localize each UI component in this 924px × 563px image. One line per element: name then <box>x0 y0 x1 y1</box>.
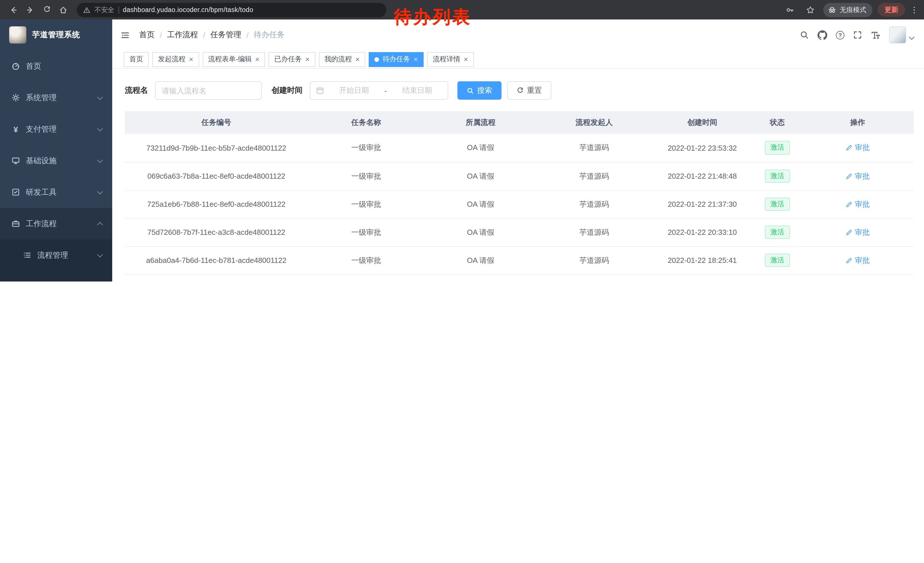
tab-process-form-edit[interactable]: 流程表单-编辑× <box>202 52 265 67</box>
bookmark-star-icon[interactable] <box>802 2 818 18</box>
sidebar-item-system[interactable]: 系统管理 <box>0 82 112 113</box>
approve-link[interactable]: 审批 <box>846 143 870 153</box>
browser-menu-icon[interactable]: ⋮ <box>910 5 918 14</box>
search-button[interactable]: 搜索 <box>457 81 501 100</box>
sidebar-item-label: 流程管理 <box>37 250 68 260</box>
approve-link[interactable]: 审批 <box>846 171 870 181</box>
tab-home[interactable]: 首页 <box>124 52 149 67</box>
breadcrumb-item[interactable]: 任务管理 <box>210 30 241 40</box>
end-date-placeholder[interactable]: 结束日期 <box>393 86 442 96</box>
active-dot <box>375 57 379 62</box>
sidebar-item-workflow[interactable]: 工作流程 <box>0 208 112 239</box>
status-badge: 激活 <box>765 141 790 155</box>
workflow-icon <box>12 219 20 228</box>
col-action: 操作 <box>802 111 914 134</box>
filter-bar: 流程名 创建时间 开始日期 - 结束日期 搜索 重置 <box>112 69 924 100</box>
date-separator: - <box>384 86 387 95</box>
close-icon[interactable]: × <box>305 56 309 63</box>
close-icon[interactable]: × <box>356 56 360 63</box>
status-badge: 激活 <box>765 254 790 267</box>
browser-chrome: 不安全 dashboard.yudao.iocoder.cn/bpm/task/… <box>0 0 924 20</box>
reset-button[interactable]: 重置 <box>507 81 551 100</box>
task-create-time: 2022-01-22 21:48:48 <box>652 162 753 190</box>
start-date-placeholder[interactable]: 开始日期 <box>330 86 379 96</box>
sidebar-collapse-icon[interactable] <box>120 30 130 40</box>
app-logo-row[interactable]: 芋道管理系统 <box>0 20 112 50</box>
task-id: 725a1eb6-7b88-11ec-8ef0-acde48001122 <box>125 190 308 218</box>
address-bar[interactable]: 不安全 dashboard.yudao.iocoder.cn/bpm/task/… <box>77 3 386 17</box>
process-name-input[interactable] <box>155 81 261 100</box>
security-warning-icon[interactable] <box>83 6 90 14</box>
calendar-icon <box>316 87 324 95</box>
task-create-time: 2022-01-22 23:53:32 <box>652 134 753 162</box>
breadcrumb-item[interactable]: 工作流程 <box>167 30 198 40</box>
task-initiator: 芋道源码 <box>537 218 652 246</box>
payment-icon: ¥ <box>12 125 20 134</box>
chevron-down-icon <box>97 125 103 131</box>
help-icon[interactable]: ? <box>836 31 844 39</box>
task-process: OA 请假 <box>424 218 536 246</box>
sidebar-item-process-management[interactable]: 流程管理 <box>0 239 112 271</box>
search-icon[interactable] <box>800 30 809 39</box>
task-process: 测试多审批人 <box>424 274 536 281</box>
sidebar-item-label: 研发工具 <box>26 187 57 197</box>
close-icon[interactable]: × <box>414 56 418 63</box>
edit-icon <box>846 257 852 264</box>
breadcrumb-item[interactable]: 首页 <box>139 30 154 40</box>
approve-link[interactable]: 审批 <box>846 255 870 266</box>
tab-process-detail[interactable]: 流程详情× <box>427 52 474 67</box>
github-icon[interactable] <box>818 30 827 40</box>
date-range-picker[interactable]: 开始日期 - 结束日期 <box>309 81 448 100</box>
password-key-icon[interactable] <box>782 2 798 18</box>
tab-done-tasks[interactable]: 已办任务× <box>268 52 315 67</box>
security-label[interactable]: 不安全 <box>94 6 114 14</box>
sidebar-item-label: 系统管理 <box>26 93 57 103</box>
user-menu[interactable] <box>889 26 914 44</box>
sidebar-item-devtools[interactable]: 研发工具 <box>0 176 112 208</box>
sidebar-item-infrastructure[interactable]: 基础设施 <box>0 145 112 176</box>
url-text[interactable]: dashboard.yudao.iocoder.cn/bpm/task/todo <box>123 6 254 13</box>
tab-my-process[interactable]: 我的流程× <box>319 52 366 67</box>
close-icon[interactable]: × <box>464 56 468 63</box>
sidebar-item-payment[interactable]: ¥ 支付管理 <box>0 113 112 145</box>
reload-icon[interactable] <box>39 2 54 18</box>
app-window: 芋道管理系统 首页 系统管理 ¥ 支付管理 <box>0 20 924 281</box>
incognito-icon <box>828 6 836 14</box>
col-initiator: 流程发起人 <box>537 111 652 134</box>
breadcrumb: 首页 / 工作流程 / 任务管理 / 待办任务 <box>139 30 285 40</box>
forward-icon[interactable] <box>22 2 38 18</box>
process-name-label: 流程名 <box>125 86 148 96</box>
sidebar-item-task-management[interactable]: 任务管理 <box>0 271 112 281</box>
update-button[interactable]: 更新 <box>878 3 905 17</box>
table-row: a6aba0a4-7b6d-11ec-b781-acde48001122 一级审… <box>125 246 914 274</box>
status-badge: 激活 <box>765 197 790 211</box>
task-id: 75d72608-7b7f-11ec-a3c8-acde48001122 <box>125 218 308 246</box>
col-process: 所属流程 <box>424 111 536 134</box>
task-name: 一级审批 <box>308 162 424 190</box>
breadcrumb-current: 待办任务 <box>254 30 285 40</box>
task-initiator: 芋道源码 <box>537 134 652 162</box>
chevron-up-icon <box>97 222 103 227</box>
task-initiator: 芋道源码 <box>537 190 652 218</box>
app-logo <box>9 26 26 44</box>
home-icon[interactable] <box>56 2 71 18</box>
task-process: OA 请假 <box>424 162 536 190</box>
chevron-down-icon <box>97 157 103 163</box>
task-create-time: 2022-01-22 20:33:10 <box>652 218 753 246</box>
main-area: 首页 / 工作流程 / 任务管理 / 待办任务 <box>112 20 924 281</box>
back-icon[interactable] <box>6 2 21 18</box>
sidebar-item-label: 首页 <box>26 61 41 71</box>
omnibox-divider <box>118 6 119 14</box>
close-icon[interactable]: × <box>189 56 193 63</box>
sidebar-item-home[interactable]: 首页 <box>0 50 112 82</box>
tab-todo-tasks[interactable]: 待办任务× <box>369 52 424 67</box>
col-create-time: 创建时间 <box>652 111 753 134</box>
avatar[interactable] <box>889 26 906 44</box>
fullscreen-icon[interactable] <box>853 30 862 39</box>
approve-link[interactable]: 审批 <box>846 227 870 237</box>
tab-start-process[interactable]: 发起流程× <box>152 52 199 67</box>
close-icon[interactable]: × <box>255 56 260 63</box>
task-table: 任务编号 任务名称 所属流程 流程发起人 创建时间 状态 操作 73211 <box>125 111 914 281</box>
approve-link[interactable]: 审批 <box>846 199 870 209</box>
font-size-icon[interactable] <box>871 30 880 40</box>
